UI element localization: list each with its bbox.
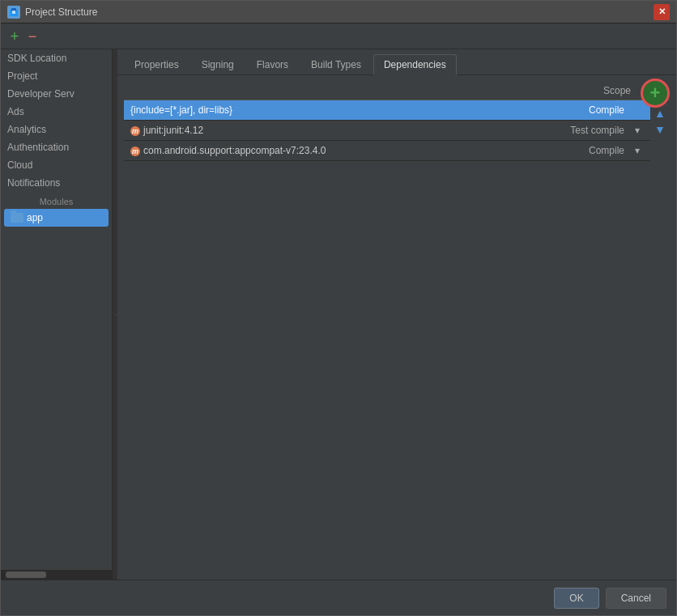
dep-row-1[interactable]: mjunit:junit:4.12 Test compile ▾	[124, 121, 650, 141]
dep-scope-0: Compile	[560, 104, 624, 116]
sidebar-item-cloud[interactable]: Cloud	[1, 156, 112, 174]
maven-icon-1: m	[130, 126, 140, 136]
dep-area-inner: {include=[*.jar], dir=libs} Compile mjun…	[124, 100, 670, 573]
add-button[interactable]: +	[7, 29, 22, 44]
sidebar-hscroll[interactable]	[1, 570, 112, 580]
tab-build-types[interactable]: Build Types	[300, 54, 372, 74]
content-area: SDK Location Project Developer Serv Ads …	[1, 49, 676, 580]
sidebar-item-developer-serv[interactable]: Developer Serv	[1, 85, 112, 103]
dep-table-header: Scope +	[124, 82, 670, 100]
dep-table[interactable]: {include=[*.jar], dir=libs} Compile mjun…	[124, 100, 650, 573]
dep-scope-1: Test compile	[560, 125, 624, 136]
app-module-label: app	[27, 212, 43, 223]
move-down-button[interactable]: ▼	[654, 123, 666, 136]
cancel-button[interactable]: Cancel	[606, 588, 666, 609]
dep-scope-2: Compile	[560, 145, 624, 156]
dep-dropdown-2[interactable]: ▾	[631, 145, 644, 156]
main-area: Properties Signing Flavors Build Types D…	[117, 49, 676, 580]
footer: OK Cancel	[1, 580, 676, 615]
sidebar-item-project[interactable]: Project	[1, 67, 112, 85]
dep-name-1: mjunit:junit:4.12	[130, 125, 560, 136]
tab-dependencies[interactable]: Dependencies	[373, 54, 457, 75]
add-dependency-button[interactable]: +	[641, 79, 670, 108]
svg-rect-2	[12, 11, 15, 14]
dep-scope-header: Scope	[603, 85, 631, 96]
hscroll-thumb	[6, 571, 46, 578]
sidebar-scroll[interactable]: SDK Location Project Developer Serv Ads …	[1, 49, 112, 570]
project-structure-window: Project Structure ✕ + − SDK Location Pro…	[0, 0, 677, 616]
sidebar-item-authentication[interactable]: Authentication	[1, 138, 112, 156]
folder-icon	[11, 213, 23, 223]
toolbar: + −	[1, 23, 676, 49]
dep-row-0[interactable]: {include=[*.jar], dir=libs} Compile	[124, 100, 650, 121]
tab-signing[interactable]: Signing	[191, 54, 245, 74]
sidebar-item-notifications[interactable]: Notifications	[1, 174, 112, 192]
dep-dropdown-1[interactable]: ▾	[631, 125, 644, 136]
dep-row-2[interactable]: mcom.android.support:appcompat-v7:23.4.0…	[124, 141, 650, 161]
modules-label: Modules	[1, 192, 112, 208]
window-title: Project Structure	[25, 6, 654, 18]
dep-table-container: {include=[*.jar], dir=libs} Compile mjun…	[124, 100, 650, 573]
app-icon	[7, 6, 20, 19]
dep-name-0: {include=[*.jar], dir=libs}	[130, 104, 560, 116]
dependencies-area: Scope + {include=[*.jar], dir=libs} Comp…	[117, 75, 676, 580]
tab-properties[interactable]: Properties	[124, 54, 189, 74]
tabs-bar: Properties Signing Flavors Build Types D…	[117, 49, 676, 75]
dep-name-2: mcom.android.support:appcompat-v7:23.4.0	[130, 145, 560, 156]
ok-button[interactable]: OK	[554, 588, 598, 609]
sidebar-item-sdk-location[interactable]: SDK Location	[1, 49, 112, 67]
sidebar-item-ads[interactable]: Ads	[1, 103, 112, 121]
sidebar-item-app[interactable]: app	[4, 209, 109, 227]
sidebar: SDK Location Project Developer Serv Ads …	[1, 49, 113, 580]
remove-button[interactable]: −	[25, 29, 40, 44]
right-panel: ▲ ▼	[650, 100, 670, 573]
maven-icon-2: m	[130, 147, 140, 156]
tab-flavors[interactable]: Flavors	[246, 54, 299, 74]
title-bar: Project Structure ✕	[1, 1, 676, 23]
sidebar-item-analytics[interactable]: Analytics	[1, 121, 112, 138]
close-button[interactable]: ✕	[654, 4, 670, 20]
move-up-button[interactable]: ▲	[654, 107, 666, 120]
